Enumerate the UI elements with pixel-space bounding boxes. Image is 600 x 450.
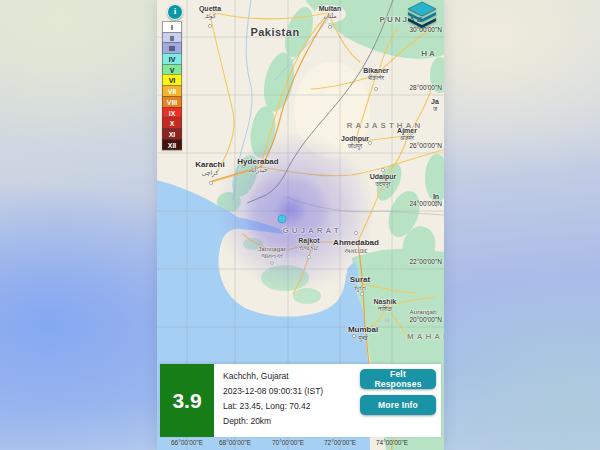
- latitude-label: 24°00'00"N: [409, 200, 442, 207]
- layers-top: [408, 2, 436, 16]
- intensity-legend: IIIIIIIVVVIVIIVIIIIXXXIXII: [162, 22, 184, 150]
- latitude-label: 28°00'00"N: [409, 84, 442, 91]
- longitude-label: 74°00'00"E: [376, 439, 408, 446]
- event-coordinates: Lat: 23.45, Long: 70.42: [223, 399, 350, 414]
- latitude-label: 20°00'00"N: [409, 316, 442, 323]
- event-location: Kachchh, Gujarat: [223, 369, 350, 384]
- latitude-label: 22°00'00"N: [409, 258, 442, 265]
- event-details: Kachchh, Gujarat 2023-12-08 09:00:31 (IS…: [214, 364, 350, 437]
- felt-responses-button[interactable]: Felt Responses: [360, 369, 436, 389]
- latitude-label: 26°00'00"N: [409, 142, 442, 149]
- event-datetime: 2023-12-08 09:00:31 (IST): [223, 384, 350, 399]
- map-layers-icon[interactable]: [406, 1, 438, 29]
- magnitude-badge: 3.9: [160, 364, 214, 437]
- event-info-panel: 3.9 Kachchh, Gujarat 2023-12-08 09:00:31…: [160, 364, 441, 437]
- state-label-rajasthan: RAJASTHAN: [347, 121, 423, 130]
- event-depth: Depth: 20km: [223, 414, 350, 429]
- epicenter-marker[interactable]: [278, 215, 286, 223]
- longitude-label: 68°00'00"E: [219, 439, 251, 446]
- country-label-pakistan: Pakistan: [250, 26, 299, 38]
- legend-item-XII: XII: [162, 139, 182, 151]
- longitude-label: 70°00'00"E: [272, 439, 304, 446]
- intensity-overlay: [215, 132, 375, 292]
- state-label-haryana: HA: [421, 49, 437, 58]
- earthquake-app-screenshot: Pakistan PUNJAB HA RAJASTHAN GUJARAT MAH…: [157, 0, 444, 450]
- page-background: Pakistan PUNJAB HA RAJASTHAN GUJARAT MAH…: [0, 0, 600, 450]
- state-label-gujarat: GUJARAT: [282, 226, 341, 235]
- more-info-button[interactable]: More Info: [360, 395, 436, 415]
- longitude-label: 72°00'00"E: [324, 439, 356, 446]
- panel-buttons: Felt Responses More Info: [350, 364, 441, 437]
- longitude-label: 66°00'00"E: [171, 439, 203, 446]
- info-icon[interactable]: i: [167, 4, 183, 20]
- state-label-maharashtra: MAHARA: [407, 332, 444, 341]
